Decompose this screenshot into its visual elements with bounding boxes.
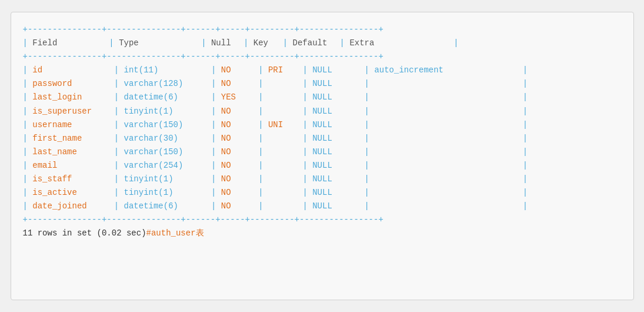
table-row: | last_name | varchar(150) | NO | | NULL… (23, 145, 622, 159)
header-separator: +---------------+---------------+------+… (23, 52, 383, 61)
table-row: | email | varchar(254) | NO | | NULL | | (23, 159, 622, 172)
table-row: | is_active | tinyint(1) | NO | | NULL |… (23, 186, 622, 200)
table-rows: | id | int(11) | NO | PRI | NULL | auto_… (23, 64, 622, 213)
table-row: | is_staff | tinyint(1) | NO | | NULL | … (23, 172, 622, 186)
footer-comment: #auth_user表 (146, 228, 204, 238)
top-separator: +---------------+---------------+------+… (23, 25, 383, 34)
bottom-separator: +---------------+---------------+------+… (23, 215, 383, 224)
table-output: +---------------+---------------+------+… (23, 23, 622, 241)
table-row: | id | int(11) | NO | PRI | NULL | auto_… (23, 64, 622, 77)
footer-text: 11 rows in set (0.02 sec)#auth_user表 (23, 228, 204, 238)
table-row: | is_superuser | tinyint(1) | NO | | NUL… (23, 105, 622, 118)
table-row: | password | varchar(128) | NO | | NULL … (23, 77, 622, 91)
table-row: | username | varchar(150) | NO | UNI | N… (23, 118, 622, 132)
table-row: | last_login | datetime(6) | YES | | NUL… (23, 91, 622, 104)
table-row: | date_joined | datetime(6) | NO | | NUL… (23, 200, 622, 213)
terminal-window: +---------------+---------------+------+… (11, 12, 634, 300)
table-row: | first_name | varchar(30) | NO | | NULL… (23, 132, 622, 145)
header-row: | Field| Type| Null| Key| Default| Extra… (23, 38, 459, 48)
